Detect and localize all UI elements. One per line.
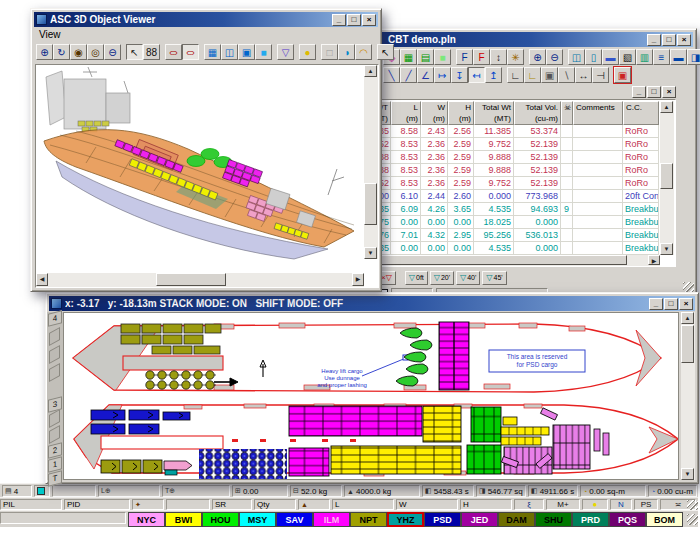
polygon-icon[interactable]: ∟	[524, 67, 541, 83]
scrollbar-thumb[interactable]	[156, 273, 226, 286]
scrollbar-thumb[interactable]	[377, 255, 627, 265]
legend-port-bom[interactable]: BOM	[646, 512, 683, 527]
profile-view-icon[interactable]: ▥	[636, 49, 653, 65]
minimize-button[interactable]: _	[647, 34, 661, 46]
table-row[interactable]: 528.532.362.599.75252.139RoRo	[377, 177, 660, 190]
cargo-grid-icon[interactable]: ▦	[400, 49, 417, 65]
cargo-green-block-b[interactable]	[467, 445, 501, 474]
scrollbar-thumb[interactable]	[681, 325, 694, 363]
table-row[interactable]: 888.532.362.599.88852.139RoRo	[377, 151, 660, 164]
child-minimize-button[interactable]: _	[632, 86, 646, 98]
filter-40-button[interactable]: ▽40'	[456, 271, 480, 285]
menu-view[interactable]: View	[33, 27, 67, 42]
deck-plan-4[interactable]: Heavy lift cargo Use dunnage and proper …	[64, 314, 679, 398]
color-swatch[interactable]	[37, 487, 45, 495]
filter-20-button[interactable]: ▽20'	[430, 271, 454, 285]
pin-icon[interactable]: ↦	[434, 67, 451, 83]
scroll-down-arrow[interactable]: ▼	[660, 243, 673, 255]
legend-port-msy[interactable]: MSY	[239, 512, 276, 527]
scrollbar-thumb[interactable]	[660, 163, 673, 189]
scroll-up-arrow[interactable]: ▲	[660, 101, 673, 113]
delete-frame-icon[interactable]: F	[473, 49, 490, 65]
close-button[interactable]: ×	[677, 34, 691, 46]
table-horizontal-scrollbar[interactable]: ▶	[377, 255, 660, 266]
table-row[interactable]: 750.000.000.0018.0250.000Breakbulk	[377, 216, 660, 229]
deck-plan-3[interactable]	[64, 399, 679, 480]
legend-port-nyc[interactable]: NYC	[128, 512, 165, 527]
column-header[interactable]: Total Vol.(cu-m)	[514, 101, 561, 125]
orbit-eye-icon[interactable]: ◉	[70, 44, 87, 60]
note-tool-icon[interactable]: N	[610, 499, 632, 510]
table-row[interactable]: 767.014.322.9595.256536.013Breakbulk	[377, 229, 660, 242]
column-header[interactable]: Comments	[573, 101, 623, 125]
angle-icon[interactable]: ∠	[417, 67, 434, 83]
hiddenline-cube-icon[interactable]: ◫	[221, 44, 238, 60]
deck-vertical-scrollbar[interactable]: ▲ ▼	[681, 312, 695, 480]
minimize-button[interactable]: _	[332, 14, 346, 26]
table-row[interactable]: 858.582.432.5611.38553.374RoRo	[377, 125, 660, 138]
viewer-vertical-scrollbar[interactable]: ▲ ▼	[364, 65, 378, 259]
table-row[interactable]: 356.094.263.654.53594.6939Breakbulk	[377, 203, 660, 216]
select-cursor-icon[interactable]: ↖	[377, 44, 394, 60]
filter-45-button[interactable]: ▽45'	[482, 271, 506, 285]
cargo-teal-unit[interactable]	[165, 470, 177, 475]
image-icon[interactable]: ▣	[541, 67, 558, 83]
shaded-cube-icon[interactable]: ▣	[238, 44, 255, 60]
legend-port-hou[interactable]: HOU	[202, 512, 239, 527]
legend-port-shu[interactable]: SHU	[535, 512, 572, 527]
polyline-icon[interactable]: ∟	[507, 67, 524, 83]
cargo-blue-drums[interactable]	[199, 449, 287, 479]
maximize-button[interactable]: □	[664, 298, 678, 310]
pin-left-icon[interactable]: ↤	[468, 67, 485, 83]
split-vertical-icon[interactable]: ◨	[687, 49, 700, 65]
legend-port-sav[interactable]: SAV	[276, 512, 313, 527]
maximize-button[interactable]: □	[347, 14, 361, 26]
cargo-yellow-single[interactable]	[503, 417, 517, 425]
render-window-icon[interactable]: □	[321, 44, 338, 60]
drop-icon[interactable]: ↧	[451, 67, 468, 83]
sort-icon[interactable]: ↕	[490, 49, 507, 65]
cargo-violet-block-a[interactable]	[553, 425, 590, 469]
resize-grip[interactable]	[687, 514, 698, 525]
table-row[interactable]: 528.532.362.599.75252.139RoRo	[377, 138, 660, 151]
viewer-titlebar[interactable]: ASC 3D Object Viewer _ □ ×	[34, 12, 378, 27]
close-button[interactable]: ×	[679, 298, 693, 310]
child-maximize-button[interactable]: □	[647, 86, 661, 98]
scrollbar-thumb[interactable]	[364, 183, 377, 225]
zoom-in-icon[interactable]: ⊕	[529, 49, 546, 65]
scroll-right-arrow[interactable]: ▶	[352, 273, 364, 286]
cargo-yellow-block-b[interactable]	[423, 406, 461, 442]
deck4-hatch-cover[interactable]	[123, 356, 223, 370]
legend-port-prd[interactable]: PRD	[572, 512, 609, 527]
cargo-table-header[interactable]: /TT)L(m)W(m)H(m)Total Wt(MT)Total Vol.(c…	[377, 101, 660, 125]
zoom-rotate-icon[interactable]: ↻	[53, 44, 70, 60]
deck-tab-4[interactable]: 4	[48, 310, 62, 326]
column-header[interactable]: W(m)	[421, 101, 448, 125]
deck-window-titlebar[interactable]: x: -3.17 y: -18.13m STACK MODE: ON SHIFT…	[49, 296, 695, 311]
pan-eye-icon[interactable]: ◎	[87, 44, 104, 60]
insert-frame-icon[interactable]: F	[456, 49, 473, 65]
legend-port-jed[interactable]: JED	[461, 512, 498, 527]
legend-port-dam[interactable]: DAM	[498, 512, 535, 527]
cargo-rows-icon[interactable]: ▤	[417, 49, 434, 65]
dimension-icon[interactable]: ↔	[575, 67, 592, 83]
zoom-out-icon[interactable]: ⊖	[104, 44, 121, 60]
draw-line-icon[interactable]: ╲	[383, 67, 400, 83]
viewer-canvas[interactable]: ▲ ▼ ◀ ▶	[35, 64, 379, 288]
hatch-view-icon[interactable]: ▧	[619, 49, 636, 65]
cargo-olive-bars[interactable]	[101, 460, 162, 473]
frame-view-icon[interactable]: ▯	[585, 49, 602, 65]
light-point-icon[interactable]: ●	[299, 44, 316, 60]
section-plane-x-icon[interactable]: ○	[165, 44, 182, 60]
wireframe-cube-icon[interactable]: ▦	[204, 44, 221, 60]
scroll-right-arrow[interactable]: ▶	[648, 255, 660, 265]
child-close-button[interactable]: ×	[662, 86, 676, 98]
selected-cell-icon[interactable]: ▣	[614, 67, 631, 83]
deck-view-icon[interactable]: ▬	[602, 49, 619, 65]
table-row[interactable]: 350.000.000.004.5350.000Breakbulk	[377, 242, 660, 255]
pan-hand-icon[interactable]: ✳	[507, 49, 524, 65]
shell-icon[interactable]: ◠	[355, 44, 372, 60]
split-horizontal-icon[interactable]: ▬	[670, 49, 687, 65]
probe-icon[interactable]: ↖	[126, 44, 143, 60]
legend-port-ilm[interactable]: ILM	[313, 512, 350, 527]
